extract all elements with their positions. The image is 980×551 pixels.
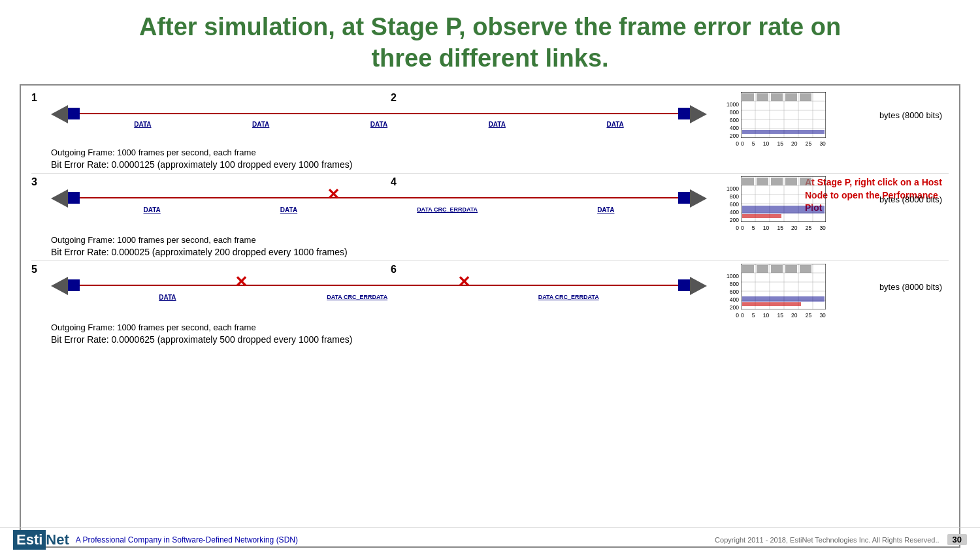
svg-rect-16 <box>785 93 797 101</box>
data-label-3-3: DATA CRC_ERRDATA <box>417 206 478 213</box>
svg-rect-18 <box>742 130 825 134</box>
link-section-3: 3 4 At Stage P, right click on a Host No… <box>31 176 949 257</box>
footer-tagline: A Professional Company in Software-Defin… <box>76 535 298 544</box>
divider-1 <box>31 173 949 174</box>
svg-rect-14 <box>757 93 768 101</box>
chart-x-axis-1: 051015202530 <box>741 140 826 147</box>
data-label-3-2: DATA <box>280 206 297 213</box>
error-x-3-1: ✕ <box>327 187 340 202</box>
data-label-1-3: DATA <box>370 121 387 128</box>
svg-rect-37 <box>800 178 811 185</box>
data-label-5-3: DATA CRC_ERRDATA <box>538 294 599 301</box>
link-section-1: 1 2 DATA DATA DATA <box>31 92 949 170</box>
chart-bytes-label-1: bytes (8000 bits) <box>879 110 942 120</box>
link-section-5: 5 6 ✕ ✕ DATA DATA CRC_ERRDATA DATA CRC_E… <box>31 264 949 345</box>
chart-x-axis-5: 051015202530 <box>741 312 826 319</box>
divider-2 <box>31 260 949 261</box>
footer-logo-area: Esti Net A Professional Company in Softw… <box>13 530 298 550</box>
footer: Esti Net A Professional Company in Softw… <box>0 527 980 551</box>
svg-rect-38 <box>742 206 825 213</box>
data-label-3-4: DATA <box>597 206 614 213</box>
frame-info-1: Outgoing Frame: 1000 frames per second, … <box>51 148 949 157</box>
chart-bytes-label-5: bytes (8000 bits) <box>879 282 942 292</box>
frame-info-5: Outgoing Frame: 1000 frames per second, … <box>51 323 949 332</box>
link-number-5: 5 <box>31 264 37 276</box>
data-label-1-2: DATA <box>252 121 269 128</box>
svg-rect-59 <box>742 296 825 302</box>
svg-rect-54 <box>742 265 754 273</box>
svg-rect-33 <box>742 178 754 185</box>
page-title: After simulation, at Stage P, observe th… <box>52 12 928 74</box>
main-content-box: 1 2 DATA DATA DATA <box>20 84 960 548</box>
link-number-3: 3 <box>31 176 37 188</box>
data-label-1-1: DATA <box>134 121 151 128</box>
footer-copyright: Copyright 2011 - 2018, EstiNet Technolog… <box>715 536 939 544</box>
bit-error-1: Bit Error Rate: 0.0000125 (approximately… <box>51 159 949 170</box>
svg-rect-15 <box>771 93 783 101</box>
data-label-3-1: DATA <box>144 206 161 213</box>
bit-error-5: Bit Error Rate: 0.0000625 (approximately… <box>51 334 949 345</box>
chart-y-axis-3: 1000 800 600 400 200 0 <box>727 185 739 231</box>
svg-rect-39 <box>742 214 781 218</box>
chart-bytes-label-3: bytes (8000 bits) <box>879 195 942 204</box>
svg-rect-17 <box>800 93 811 101</box>
header: After simulation, at Stage P, observe th… <box>0 0 980 80</box>
svg-rect-35 <box>771 178 783 185</box>
data-label-5-2: DATA CRC_ERRDATA <box>327 294 387 301</box>
chart-svg-3 <box>741 176 826 222</box>
frame-info-3: Outgoing Frame: 1000 frames per second, … <box>51 235 949 245</box>
chart-svg-5 <box>741 264 826 309</box>
logo-esti: Esti <box>13 530 46 550</box>
chart-y-axis-1: 1000 800 600 400 200 0 <box>727 101 739 147</box>
error-x-5-1: ✕ <box>235 274 248 290</box>
svg-rect-34 <box>757 178 768 185</box>
svg-rect-58 <box>800 265 811 273</box>
link-number-1: 1 <box>31 92 37 104</box>
data-label-5-1: DATA <box>159 294 176 301</box>
svg-rect-36 <box>785 178 797 185</box>
logo-net: Net <box>46 531 69 548</box>
bit-error-3: Bit Error Rate: 0.000025 (approximately … <box>51 247 949 257</box>
chart-x-axis-3: 051015202530 <box>741 225 826 231</box>
chart-y-axis-5: 1000 800 600 400 200 0 <box>727 273 739 319</box>
svg-rect-57 <box>785 265 797 273</box>
svg-rect-60 <box>742 302 801 306</box>
page-number: 30 <box>947 534 967 545</box>
error-x-5-2: ✕ <box>457 274 470 290</box>
chart-svg-1 <box>741 92 826 138</box>
svg-rect-13 <box>742 93 754 101</box>
svg-rect-55 <box>757 265 768 273</box>
data-label-1-4: DATA <box>489 121 506 128</box>
svg-rect-56 <box>771 265 783 273</box>
data-label-1-5: DATA <box>606 121 623 128</box>
